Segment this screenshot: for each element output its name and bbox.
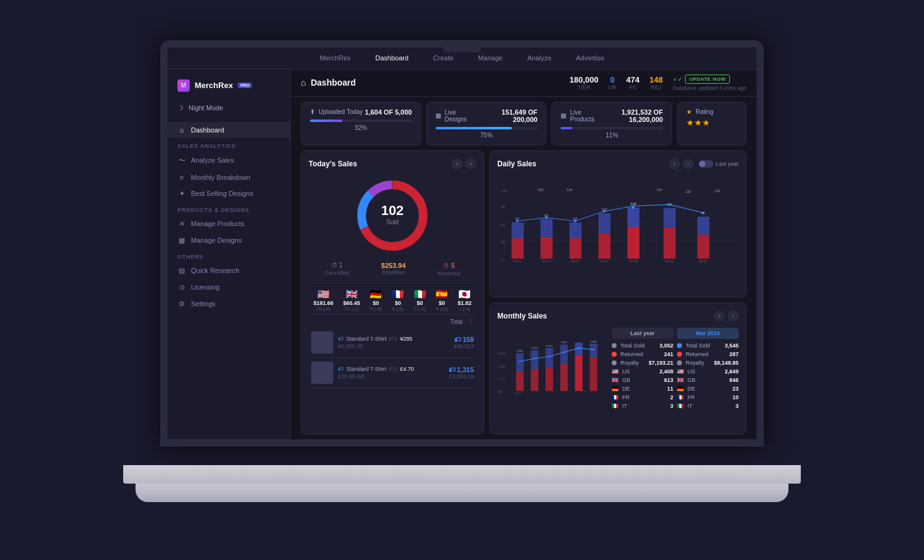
toggle-switch[interactable] [699, 160, 713, 168]
todays-sales-header: Today's Sales ‹ › [309, 158, 476, 169]
order-row-1: 🏷 Standard T-Shirt 🏷1 ¥285 ¥2,000 JP [309, 328, 476, 358]
daily-next-btn[interactable]: › [683, 158, 694, 169]
flag-it: 🇮🇹 $0 0 (-0) [414, 288, 426, 312]
flag-row: 🇺🇸 $191.66 79 (-4) 🇬🇧 $60.45 22 (-1) [309, 283, 476, 312]
svg-point-42 [702, 211, 705, 214]
sidebar-item-best-selling[interactable]: ✦ Best Selling Designs [168, 185, 290, 202]
svg-text:110: 110 [686, 190, 691, 193]
app-screen: MerchRex Dashboard Create Manage Analyze… [168, 47, 756, 439]
analyze-sales-label: Analyze Sales [191, 156, 234, 164]
svg-rect-15 [512, 238, 524, 258]
todays-sales-nav: ‹ › [452, 158, 476, 169]
svg-text:08/24: 08/24 [513, 259, 522, 263]
sidebar-item-quick-research[interactable]: ▤ Quick Research [168, 262, 290, 279]
svg-rect-27 [628, 227, 640, 259]
update-now-button[interactable]: UPDATE NOW [685, 75, 730, 84]
legend-us-mar: 🇺🇸 US 2,649 [677, 367, 739, 376]
stat-tier: 180,000 TIER [570, 75, 599, 91]
nav-advertise[interactable]: Advertise [571, 52, 609, 64]
stat-card-rating: ★ Rating ★★★ [677, 102, 747, 145]
sidebar-item-analyze-sales[interactable]: 〜 Analyze Sales [168, 152, 290, 169]
stat-card-live-products: ▦ Live Products 1,921,532 OF 16,200,000 … [551, 102, 672, 145]
logo-icon: M [177, 79, 190, 92]
svg-text:115: 115 [657, 188, 662, 192]
night-mode-toggle[interactable]: ☽ Night Mode [168, 99, 290, 117]
monthly-prev-btn[interactable]: ‹ [714, 310, 725, 322]
nav-create[interactable]: Create [428, 52, 458, 64]
sidebar-dashboard-label: Dashboard [191, 126, 224, 134]
next-btn[interactable]: › [465, 158, 476, 169]
legend-last-year: Last year Total Sold 3,052 [612, 328, 673, 410]
svg-rect-66 [531, 369, 538, 391]
svg-rect-70 [546, 348, 553, 368]
nav-dashboard[interactable]: Dashboard [370, 52, 413, 64]
daily-prev-btn[interactable]: ‹ [669, 158, 680, 169]
svg-rect-19 [541, 219, 553, 237]
sidebar-item-manage-products[interactable]: ✕ Manage Products [168, 216, 290, 232]
products-icon: ▦ [561, 112, 566, 119]
svg-rect-78 [590, 344, 598, 357]
live-designs-bar [436, 127, 538, 129]
sidebar: M MerchRex PRO ☽ Night Mode ⌂ Dashboard … [168, 70, 291, 439]
sidebar-item-manage-designs[interactable]: ▦ Manage Designs [168, 232, 290, 249]
section-label-others: Others [168, 249, 290, 262]
donut-chart-container: 102 Sold [309, 176, 476, 256]
returned-stat: ⏱ 5 Returned [437, 262, 460, 277]
sidebar-item-settings[interactable]: ⚙ Settings [168, 296, 290, 312]
monthly-next-btn[interactable]: › [727, 310, 739, 322]
licensing-label: Licensing [191, 283, 219, 291]
svg-text:08/30: 08/30 [699, 259, 708, 263]
flag-jp: 🇯🇵 $1.82 1 (-0) [458, 288, 472, 312]
main-layout: M MerchRex PRO ☽ Night Mode ⌂ Dashboard … [168, 70, 756, 439]
sidebar-item-licensing[interactable]: ⊙ Licensing [168, 279, 290, 296]
live-products-bar [561, 127, 663, 129]
last-year-toggle[interactable]: Last year [699, 160, 739, 168]
nav-manage[interactable]: Manage [473, 52, 508, 64]
svg-text:1,691: 1,691 [517, 349, 524, 352]
nav-merchrex[interactable]: MerchRex [315, 52, 355, 64]
svg-text:2,858: 2,858 [591, 340, 598, 343]
monthly-nav: ‹ › [714, 310, 739, 322]
logo-text: MerchRex [195, 81, 233, 90]
todays-sales-panel: Today's Sales ‹ › [301, 150, 484, 434]
sidebar-item-dashboard[interactable]: ⌂ Dashboard [168, 122, 290, 138]
breakdown-icon: ≡ [177, 174, 186, 181]
svg-rect-69 [546, 368, 553, 391]
legend-total-sold-ly: Total Sold 3,052 [612, 341, 673, 350]
svg-point-85 [593, 349, 594, 351]
svg-rect-32 [664, 208, 676, 227]
monthly-sales-panel: Monthly Sales ‹ › [489, 302, 747, 434]
svg-text:2,662: 2,662 [498, 365, 506, 368]
svg-text:119: 119 [715, 189, 720, 192]
sidebar-logo: M MerchRex PRO [168, 77, 290, 99]
page-title: ⌂ Dashboard [301, 78, 356, 87]
svg-text:116: 116 [567, 188, 572, 192]
research-icon: ▤ [177, 267, 186, 275]
order-details-1: 🏷 Standard T-Shirt 🏷1 ¥285 ¥2,000 JP [338, 336, 449, 349]
svg-point-40 [603, 210, 606, 213]
sales-stats: ⏱ 1 Cancelled $253.94 Royalties ⏱ 5 Retu… [309, 262, 476, 277]
svg-text:3,052: 3,052 [515, 392, 522, 395]
legend-returned-mar: Returned 287 [677, 350, 739, 359]
order-total-2: 🏷 1,315 £3,503.19 [448, 366, 474, 379]
sidebar-item-monthly[interactable]: ≡ Monthly Breakdown [168, 169, 290, 185]
daily-chart-svg: 0 30 60 90 120 [497, 176, 739, 274]
legend-royalty-mar: Royalty $8,148.85 [677, 359, 739, 367]
legend-royalty-ly: Royalty $7,193.21 [612, 359, 673, 367]
flag-fr: 🇫🇷 $0 0 (-0) [392, 288, 404, 312]
prev-btn[interactable]: ‹ [452, 158, 463, 169]
svg-text:08/25: 08/25 [542, 259, 551, 263]
order-header: Total ⋮ [309, 319, 476, 325]
flag-us: 🇺🇸 $191.66 79 (-4) [314, 288, 334, 312]
designs-icon: ▦ [177, 237, 186, 245]
nav-analyze[interactable]: Analyze [522, 52, 556, 64]
content-header: ⌂ Dashboard 180,000 TIER 0 UR [291, 70, 756, 97]
legend-de-ly: 🇩🇪 DE 11 [612, 384, 673, 393]
svg-point-80 [519, 360, 521, 362]
svg-point-81 [534, 358, 536, 360]
daily-chart-area: 0 30 60 90 120 [497, 176, 739, 274]
laptop-foot [136, 484, 788, 502]
svg-text:90: 90 [501, 204, 506, 208]
monthly-chart-svg: 887 1,775 2,662 3,550 [497, 328, 607, 408]
order-total-1: 🏷 158 ¥45,013 [454, 336, 474, 349]
